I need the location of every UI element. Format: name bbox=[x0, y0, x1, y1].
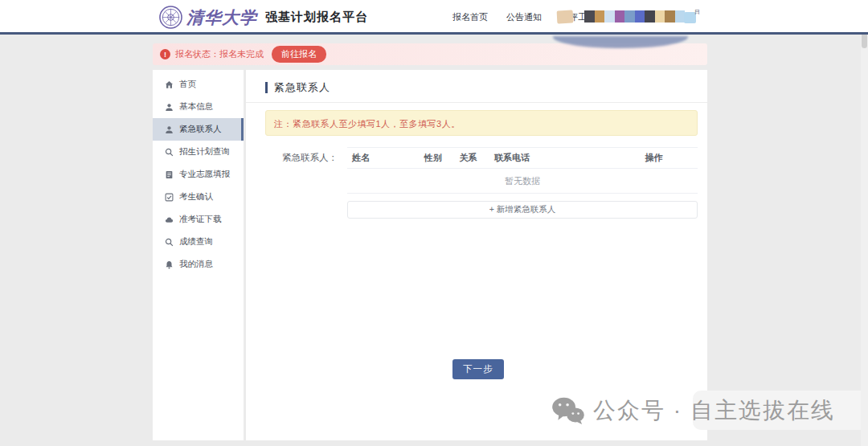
redacted-badge bbox=[557, 10, 574, 23]
redaction-block bbox=[604, 10, 615, 23]
check-square-icon bbox=[165, 193, 174, 202]
table-header-row: 姓名性别关系联系电话操作 bbox=[347, 148, 698, 169]
emergency-contact-field-label: 紧急联系人： bbox=[246, 147, 338, 219]
sidebar-item-label: 我的消息 bbox=[179, 259, 213, 270]
sidebar-item-label: 紧急联系人 bbox=[179, 124, 222, 135]
redaction-block bbox=[624, 10, 635, 23]
sidebar-item-2[interactable]: 紧急联系人 bbox=[153, 118, 244, 141]
bell-icon bbox=[165, 260, 174, 269]
sidebar-item-label: 成绩查询 bbox=[179, 236, 213, 248]
sidebar-item-5[interactable]: 考生确认 bbox=[153, 186, 244, 208]
wechat-icon bbox=[551, 396, 585, 425]
sidebar-item-label: 首页 bbox=[179, 79, 196, 90]
redaction-block bbox=[655, 10, 665, 23]
exclamation-circle-icon: ! bbox=[160, 49, 170, 59]
sidebar-item-1[interactable]: 基本信息 bbox=[153, 96, 244, 118]
add-emergency-contact-button[interactable]: + 新增紧急联系人 bbox=[347, 201, 698, 219]
registration-status-text: 报名状态：报名未完成 bbox=[175, 48, 264, 60]
university-name: 清华大学 bbox=[186, 6, 257, 29]
mini-glyph: 日 bbox=[694, 8, 700, 16]
redaction-block bbox=[584, 10, 595, 23]
search-icon bbox=[165, 148, 174, 157]
section-title: 紧急联系人 bbox=[274, 80, 330, 95]
go-register-button[interactable]: 前往报名 bbox=[272, 46, 326, 63]
column-header-2: 关系 bbox=[460, 152, 495, 164]
redaction-block bbox=[615, 10, 625, 23]
sidebar-item-3[interactable]: 招生计划查询 bbox=[153, 141, 244, 163]
empty-data-text: 暂无数据 bbox=[505, 175, 540, 187]
tsinghua-logo-icon bbox=[159, 6, 182, 29]
section-divider bbox=[246, 102, 707, 103]
sidebar-item-label: 准考证下载 bbox=[179, 214, 222, 225]
next-step-button[interactable]: 下一步 bbox=[452, 359, 504, 379]
column-header-3: 联系电话 bbox=[494, 152, 645, 164]
note-text: 注：紧急联系人至少填写1人，至多填写3人。 bbox=[274, 119, 461, 129]
redaction-block bbox=[635, 10, 645, 23]
sidebar-item-label: 招生计划查询 bbox=[179, 146, 230, 158]
redaction-block bbox=[665, 10, 675, 23]
column-header-4: 操作 bbox=[645, 152, 698, 164]
brand: 清华大学 强基计划报名平台 bbox=[159, 0, 368, 35]
watermark-text: 公众号 · 自主选拔在线 bbox=[593, 395, 835, 426]
note-box: 注：紧急联系人至少填写1人，至多填写3人。 bbox=[265, 110, 698, 136]
search-icon bbox=[165, 238, 174, 247]
nav-item-0[interactable]: 报名首页 bbox=[452, 11, 488, 23]
platform-title: 强基计划报名平台 bbox=[265, 10, 368, 25]
app-header: 清华大学 强基计划报名平台 报名首页公告通知测评工具 日 bbox=[0, 0, 868, 35]
redacted-username-mosaic bbox=[584, 10, 685, 23]
home-icon bbox=[165, 80, 174, 89]
cloud-download-icon bbox=[165, 215, 174, 224]
user-icon bbox=[165, 103, 174, 112]
sidebar-item-label: 基本信息 bbox=[179, 101, 213, 113]
watermark: 公众号 · 自主选拔在线 bbox=[551, 395, 835, 426]
section-title-accent-bar bbox=[265, 82, 268, 93]
sidebar-item-8[interactable]: 我的消息 bbox=[153, 253, 244, 276]
sidebar-item-7[interactable]: 成绩查询 bbox=[153, 231, 244, 253]
scrollbar[interactable] bbox=[861, 0, 868, 446]
sidebar-item-6[interactable]: 准考证下载 bbox=[153, 208, 244, 231]
emergency-contact-table: 姓名性别关系联系电话操作 暂无数据 + 新增紧急联系人 下一步 bbox=[347, 147, 698, 219]
column-header-0: 姓名 bbox=[347, 152, 424, 164]
page: 清华大学 强基计划报名平台 报名首页公告通知测评工具 日 ! 报名状态：报名未完… bbox=[0, 0, 868, 446]
sidebar-item-label: 专业志愿填报 bbox=[179, 169, 230, 180]
sidebar-item-0[interactable]: 首页 bbox=[153, 73, 244, 96]
redaction-block bbox=[645, 10, 655, 23]
document-icon bbox=[165, 170, 174, 179]
sidebar-menu: 首页基本信息紧急联系人招生计划查询专业志愿填报考生确认准考证下载成绩查询我的消息 bbox=[153, 70, 244, 440]
nav-item-1[interactable]: 公告通知 bbox=[506, 11, 542, 23]
sidebar-item-4[interactable]: 专业志愿填报 bbox=[153, 163, 244, 186]
redaction-block bbox=[595, 10, 605, 23]
sidebar-item-label: 考生确认 bbox=[179, 191, 213, 203]
table-empty-row: 暂无数据 bbox=[347, 169, 698, 194]
column-header-1: 性别 bbox=[424, 152, 460, 164]
main-content: 紧急联系人 注：紧急联系人至少填写1人，至多填写3人。 紧急联系人： 姓名性别关… bbox=[246, 70, 707, 440]
top-navigation: 报名首页公告通知测评工具 bbox=[452, 0, 596, 35]
user-icon bbox=[165, 125, 174, 134]
